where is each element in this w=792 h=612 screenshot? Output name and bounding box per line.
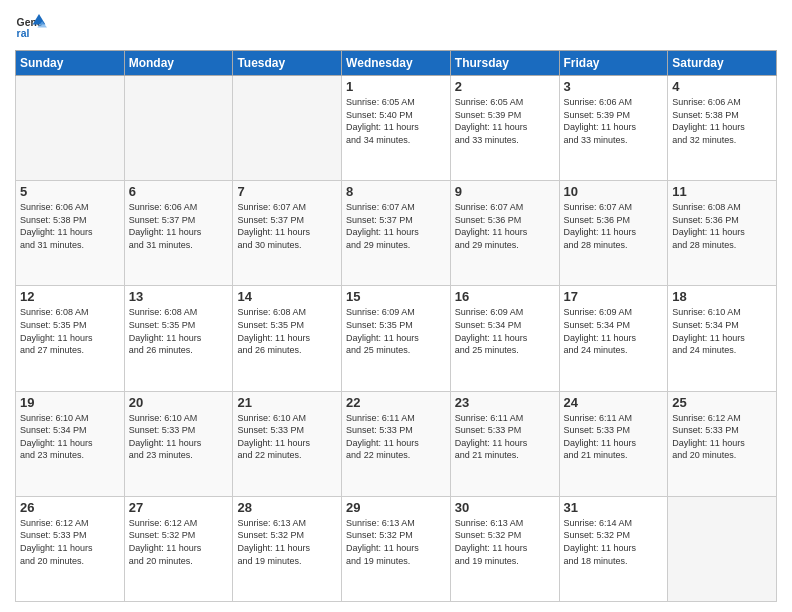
day-info: Sunrise: 6:06 AM Sunset: 5:38 PM Dayligh…: [20, 201, 120, 251]
weekday-header-friday: Friday: [559, 51, 668, 76]
weekday-header-monday: Monday: [124, 51, 233, 76]
day-number: 28: [237, 500, 337, 515]
day-number: 7: [237, 184, 337, 199]
day-info: Sunrise: 6:09 AM Sunset: 5:34 PM Dayligh…: [455, 306, 555, 356]
day-number: 4: [672, 79, 772, 94]
day-info: Sunrise: 6:10 AM Sunset: 5:33 PM Dayligh…: [129, 412, 229, 462]
day-info: Sunrise: 6:14 AM Sunset: 5:32 PM Dayligh…: [564, 517, 664, 567]
day-number: 8: [346, 184, 446, 199]
day-info: Sunrise: 6:12 AM Sunset: 5:32 PM Dayligh…: [129, 517, 229, 567]
day-info: Sunrise: 6:05 AM Sunset: 5:39 PM Dayligh…: [455, 96, 555, 146]
calendar-body: 1Sunrise: 6:05 AM Sunset: 5:40 PM Daylig…: [16, 76, 777, 602]
calendar-cell: 12Sunrise: 6:08 AM Sunset: 5:35 PM Dayli…: [16, 286, 125, 391]
day-info: Sunrise: 6:07 AM Sunset: 5:36 PM Dayligh…: [455, 201, 555, 251]
calendar-cell: 1Sunrise: 6:05 AM Sunset: 5:40 PM Daylig…: [342, 76, 451, 181]
calendar-cell: 8Sunrise: 6:07 AM Sunset: 5:37 PM Daylig…: [342, 181, 451, 286]
weekday-header-saturday: Saturday: [668, 51, 777, 76]
calendar-cell: 18Sunrise: 6:10 AM Sunset: 5:34 PM Dayli…: [668, 286, 777, 391]
day-info: Sunrise: 6:08 AM Sunset: 5:35 PM Dayligh…: [129, 306, 229, 356]
calendar-cell: 19Sunrise: 6:10 AM Sunset: 5:34 PM Dayli…: [16, 391, 125, 496]
day-info: Sunrise: 6:08 AM Sunset: 5:36 PM Dayligh…: [672, 201, 772, 251]
calendar-cell: 2Sunrise: 6:05 AM Sunset: 5:39 PM Daylig…: [450, 76, 559, 181]
day-number: 25: [672, 395, 772, 410]
week-row-5: 26Sunrise: 6:12 AM Sunset: 5:33 PM Dayli…: [16, 496, 777, 601]
day-number: 23: [455, 395, 555, 410]
calendar-cell: 26Sunrise: 6:12 AM Sunset: 5:33 PM Dayli…: [16, 496, 125, 601]
day-number: 27: [129, 500, 229, 515]
day-number: 2: [455, 79, 555, 94]
calendar-cell: 7Sunrise: 6:07 AM Sunset: 5:37 PM Daylig…: [233, 181, 342, 286]
day-number: 17: [564, 289, 664, 304]
calendar-cell: 20Sunrise: 6:10 AM Sunset: 5:33 PM Dayli…: [124, 391, 233, 496]
day-number: 13: [129, 289, 229, 304]
day-info: Sunrise: 6:06 AM Sunset: 5:39 PM Dayligh…: [564, 96, 664, 146]
day-number: 15: [346, 289, 446, 304]
day-number: 31: [564, 500, 664, 515]
day-number: 9: [455, 184, 555, 199]
calendar-cell: 3Sunrise: 6:06 AM Sunset: 5:39 PM Daylig…: [559, 76, 668, 181]
day-number: 5: [20, 184, 120, 199]
calendar-cell: 6Sunrise: 6:06 AM Sunset: 5:37 PM Daylig…: [124, 181, 233, 286]
day-number: 11: [672, 184, 772, 199]
weekday-header-thursday: Thursday: [450, 51, 559, 76]
day-info: Sunrise: 6:13 AM Sunset: 5:32 PM Dayligh…: [346, 517, 446, 567]
day-info: Sunrise: 6:05 AM Sunset: 5:40 PM Dayligh…: [346, 96, 446, 146]
day-number: 3: [564, 79, 664, 94]
calendar-cell: 9Sunrise: 6:07 AM Sunset: 5:36 PM Daylig…: [450, 181, 559, 286]
day-info: Sunrise: 6:10 AM Sunset: 5:34 PM Dayligh…: [672, 306, 772, 356]
day-number: 10: [564, 184, 664, 199]
day-number: 14: [237, 289, 337, 304]
day-info: Sunrise: 6:09 AM Sunset: 5:35 PM Dayligh…: [346, 306, 446, 356]
day-number: 24: [564, 395, 664, 410]
calendar-cell: 22Sunrise: 6:11 AM Sunset: 5:33 PM Dayli…: [342, 391, 451, 496]
day-info: Sunrise: 6:07 AM Sunset: 5:36 PM Dayligh…: [564, 201, 664, 251]
day-info: Sunrise: 6:07 AM Sunset: 5:37 PM Dayligh…: [346, 201, 446, 251]
calendar-cell: 15Sunrise: 6:09 AM Sunset: 5:35 PM Dayli…: [342, 286, 451, 391]
calendar-cell: 31Sunrise: 6:14 AM Sunset: 5:32 PM Dayli…: [559, 496, 668, 601]
calendar-cell: 13Sunrise: 6:08 AM Sunset: 5:35 PM Dayli…: [124, 286, 233, 391]
weekday-header-row: SundayMondayTuesdayWednesdayThursdayFrid…: [16, 51, 777, 76]
day-info: Sunrise: 6:06 AM Sunset: 5:37 PM Dayligh…: [129, 201, 229, 251]
week-row-1: 1Sunrise: 6:05 AM Sunset: 5:40 PM Daylig…: [16, 76, 777, 181]
calendar: SundayMondayTuesdayWednesdayThursdayFrid…: [15, 50, 777, 602]
page-container: Gene ral SundayMondayTuesdayWednesdayThu…: [0, 0, 792, 612]
logo: Gene ral: [15, 10, 51, 42]
week-row-3: 12Sunrise: 6:08 AM Sunset: 5:35 PM Dayli…: [16, 286, 777, 391]
day-number: 20: [129, 395, 229, 410]
calendar-cell: 25Sunrise: 6:12 AM Sunset: 5:33 PM Dayli…: [668, 391, 777, 496]
day-info: Sunrise: 6:07 AM Sunset: 5:37 PM Dayligh…: [237, 201, 337, 251]
day-info: Sunrise: 6:11 AM Sunset: 5:33 PM Dayligh…: [564, 412, 664, 462]
svg-text:ral: ral: [17, 28, 30, 39]
day-number: 21: [237, 395, 337, 410]
calendar-cell: 16Sunrise: 6:09 AM Sunset: 5:34 PM Dayli…: [450, 286, 559, 391]
day-info: Sunrise: 6:08 AM Sunset: 5:35 PM Dayligh…: [237, 306, 337, 356]
calendar-cell: 28Sunrise: 6:13 AM Sunset: 5:32 PM Dayli…: [233, 496, 342, 601]
week-row-2: 5Sunrise: 6:06 AM Sunset: 5:38 PM Daylig…: [16, 181, 777, 286]
calendar-cell: 4Sunrise: 6:06 AM Sunset: 5:38 PM Daylig…: [668, 76, 777, 181]
day-number: 1: [346, 79, 446, 94]
day-number: 30: [455, 500, 555, 515]
day-info: Sunrise: 6:10 AM Sunset: 5:33 PM Dayligh…: [237, 412, 337, 462]
calendar-cell: 14Sunrise: 6:08 AM Sunset: 5:35 PM Dayli…: [233, 286, 342, 391]
day-info: Sunrise: 6:13 AM Sunset: 5:32 PM Dayligh…: [455, 517, 555, 567]
day-number: 6: [129, 184, 229, 199]
calendar-cell: 29Sunrise: 6:13 AM Sunset: 5:32 PM Dayli…: [342, 496, 451, 601]
calendar-cell: 5Sunrise: 6:06 AM Sunset: 5:38 PM Daylig…: [16, 181, 125, 286]
day-number: 19: [20, 395, 120, 410]
weekday-header-wednesday: Wednesday: [342, 51, 451, 76]
calendar-cell: 10Sunrise: 6:07 AM Sunset: 5:36 PM Dayli…: [559, 181, 668, 286]
weekday-header-tuesday: Tuesday: [233, 51, 342, 76]
calendar-cell: 21Sunrise: 6:10 AM Sunset: 5:33 PM Dayli…: [233, 391, 342, 496]
day-info: Sunrise: 6:11 AM Sunset: 5:33 PM Dayligh…: [346, 412, 446, 462]
day-info: Sunrise: 6:12 AM Sunset: 5:33 PM Dayligh…: [672, 412, 772, 462]
calendar-cell: 30Sunrise: 6:13 AM Sunset: 5:32 PM Dayli…: [450, 496, 559, 601]
calendar-cell: 24Sunrise: 6:11 AM Sunset: 5:33 PM Dayli…: [559, 391, 668, 496]
calendar-cell: [16, 76, 125, 181]
day-info: Sunrise: 6:12 AM Sunset: 5:33 PM Dayligh…: [20, 517, 120, 567]
day-number: 26: [20, 500, 120, 515]
calendar-cell: [124, 76, 233, 181]
day-info: Sunrise: 6:08 AM Sunset: 5:35 PM Dayligh…: [20, 306, 120, 356]
day-number: 29: [346, 500, 446, 515]
header: Gene ral: [15, 10, 777, 42]
day-info: Sunrise: 6:11 AM Sunset: 5:33 PM Dayligh…: [455, 412, 555, 462]
